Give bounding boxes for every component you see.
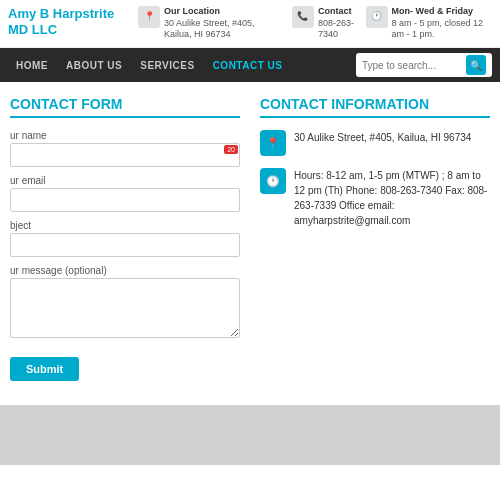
contact-label: Contact — [318, 6, 356, 18]
submit-button[interactable]: Submit — [10, 357, 79, 381]
clock-icon: 🕐 — [366, 6, 388, 28]
name-group: ur name 20 — [10, 130, 240, 167]
email-label: ur email — [10, 175, 240, 186]
nav-about[interactable]: ABOUT US — [58, 48, 130, 82]
subject-group: bject — [10, 220, 240, 257]
subject-input[interactable] — [10, 233, 240, 257]
contact-info-top: 📞 Contact 808-263-7340 — [292, 6, 356, 41]
subject-label: bject — [10, 220, 240, 231]
top-bar: Amy B Harpstrite MD LLC 📍 Our Location 3… — [0, 0, 500, 48]
address-icon: 📍 — [260, 130, 286, 156]
phone-icon: 📞 — [292, 6, 314, 28]
search-input[interactable] — [362, 60, 462, 71]
footer-area — [0, 405, 500, 465]
location-label: Our Location — [164, 6, 282, 18]
email-input[interactable] — [10, 188, 240, 212]
email-group: ur email — [10, 175, 240, 212]
message-textarea[interactable] — [10, 278, 240, 338]
address-text: 30 Aulike Street, #405, Kailua, HI 96734 — [294, 130, 471, 145]
details-item: 🕐 Hours: 8-12 am, 1-5 pm (MTWF) ; 8 am t… — [260, 168, 490, 228]
hours-text: 8 am - 5 pm, closed 12 am - 1 pm. — [392, 18, 492, 41]
nav-bar: HOME ABOUT US SERVICES CONTACT US 🔍 — [0, 48, 500, 82]
char-count: 20 — [224, 145, 238, 154]
address-item: 📍 30 Aulike Street, #405, Kailua, HI 967… — [260, 130, 490, 156]
contact-form-section: CONTACT FORM ur name 20 ur email bject u… — [10, 96, 240, 381]
message-label: ur message (optional) — [10, 265, 240, 276]
contact-info-title: CONTACT INFORMATION — [260, 96, 490, 118]
brand-name: Amy B Harpstrite MD LLC — [8, 6, 128, 37]
details-icon: 🕐 — [260, 168, 286, 194]
name-label: ur name — [10, 130, 240, 141]
nav-home[interactable]: HOME — [8, 48, 56, 82]
hours-info: 🕐 Mon- Wed & Friday 8 am - 5 pm, closed … — [366, 6, 492, 41]
location-text: 30 Aulike Street, #405, Kailua, HI 96734 — [164, 18, 282, 41]
name-input[interactable] — [10, 143, 240, 167]
nav-contact[interactable]: CONTACT US — [205, 48, 291, 82]
nav-items: HOME ABOUT US SERVICES CONTACT US — [8, 48, 356, 82]
hours-label: Mon- Wed & Friday — [392, 6, 492, 18]
contact-form-title: CONTACT FORM — [10, 96, 240, 118]
search-box: 🔍 — [356, 53, 492, 77]
details-text: Hours: 8-12 am, 1-5 pm (MTWF) ; 8 am to … — [294, 168, 490, 228]
contact-info-section: CONTACT INFORMATION 📍 30 Aulike Street, … — [260, 96, 490, 381]
search-button[interactable]: 🔍 — [466, 55, 486, 75]
message-group: ur message (optional) — [10, 265, 240, 341]
name-input-wrapper: 20 — [10, 143, 240, 167]
main-content: CONTACT FORM ur name 20 ur email bject u… — [0, 82, 500, 395]
contact-phone: 808-263-7340 — [318, 18, 356, 41]
top-info: 📍 Our Location 30 Aulike Street, #405, K… — [138, 6, 492, 41]
location-info: 📍 Our Location 30 Aulike Street, #405, K… — [138, 6, 282, 41]
nav-services[interactable]: SERVICES — [132, 48, 202, 82]
location-icon: 📍 — [138, 6, 160, 28]
